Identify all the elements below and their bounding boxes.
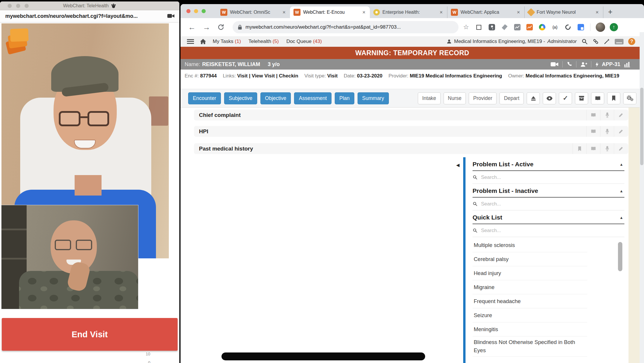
scrollbar-thumb[interactable] xyxy=(640,88,643,165)
zoom-window-icon[interactable] xyxy=(25,4,29,8)
close-icon[interactable]: × xyxy=(281,9,286,15)
section-past-medical-history[interactable]: Past medical history xyxy=(194,143,628,154)
nav-doc-queue[interactable]: Doc Queue(43) xyxy=(286,39,322,44)
nav-my-tasks[interactable]: My Tasks(1) xyxy=(213,39,241,44)
stage-provider-button[interactable]: Provider xyxy=(469,92,497,104)
caret-up-icon[interactable]: ▲ xyxy=(619,162,624,167)
mic-icon[interactable] xyxy=(600,110,614,120)
wand-icon[interactable] xyxy=(604,38,610,45)
section-hpi[interactable]: HPI xyxy=(194,126,628,137)
tab-webchart-omniscope[interactable]: W WebChart: OmniSc × xyxy=(217,6,290,18)
pencil-icon[interactable] xyxy=(614,126,628,137)
search-icon[interactable] xyxy=(581,38,588,45)
tab-fort-wayne-neurology[interactable]: Fort Wayne Neurol × xyxy=(524,6,603,18)
hamburger-icon[interactable] xyxy=(187,39,194,44)
window-controls[interactable] xyxy=(186,9,206,13)
link-icon[interactable] xyxy=(593,38,599,45)
bookmark-star-icon[interactable]: ☆ xyxy=(463,23,469,31)
tab-webchart-application[interactable]: W WebChart: Applica × xyxy=(447,6,524,18)
book-icon[interactable] xyxy=(586,126,600,137)
search-input[interactable] xyxy=(481,228,569,234)
password-extension-icon[interactable] xyxy=(488,24,495,31)
minimize-window-icon[interactable] xyxy=(194,9,198,13)
compass-extension-icon[interactable] xyxy=(539,24,546,31)
home-icon[interactable] xyxy=(200,39,206,44)
browser-update-icon[interactable]: ↑ xyxy=(610,23,618,31)
problem-list-inactive-header[interactable]: Problem List - Inactive ▲ xyxy=(473,187,624,198)
problem-list-active-search[interactable] xyxy=(473,171,624,184)
collapse-left-icon[interactable]: ◀ xyxy=(456,163,460,168)
current-user[interactable]: Medical Informatics Engineering, MIE19 -… xyxy=(446,39,577,44)
keyboard-icon[interactable] xyxy=(615,39,624,44)
nav-telehealth[interactable]: Telehealth(5) xyxy=(248,39,279,44)
close-icon[interactable]: × xyxy=(595,9,600,15)
end-visit-button[interactable]: End Visit xyxy=(2,318,178,351)
bar-chart-icon[interactable] xyxy=(624,61,631,67)
close-icon[interactable]: × xyxy=(439,9,444,15)
browser-scrollbar[interactable] xyxy=(640,32,644,363)
quick-list-item[interactable]: Cerebral palsy xyxy=(473,252,587,266)
search-input[interactable] xyxy=(481,174,569,180)
tab-subjective[interactable]: Subjective xyxy=(224,92,257,104)
preview-button[interactable] xyxy=(543,92,556,104)
analytics-gray-extension-icon[interactable] xyxy=(514,24,521,30)
mic-icon[interactable] xyxy=(600,143,614,154)
tab-plan[interactable]: Plan xyxy=(335,92,354,104)
problem-list-active-header[interactable]: Problem List - Active ▲ xyxy=(473,161,624,171)
analytics-orange-extension-icon[interactable] xyxy=(526,24,533,30)
new-tab-button[interactable]: + xyxy=(603,6,617,18)
tab-encounter[interactable]: Encounter xyxy=(188,92,221,104)
quick-list-item[interactable]: Migraine xyxy=(473,280,587,294)
wing-extension-icon[interactable] xyxy=(501,24,508,31)
pencil-icon[interactable] xyxy=(614,143,628,154)
tab-webchart-e-encounter[interactable]: W WebChart: E-Encou × xyxy=(290,6,370,18)
quick-list-item[interactable]: Seizure xyxy=(473,308,587,322)
book-icon[interactable] xyxy=(586,110,600,120)
stage-nurse-button[interactable]: Nurse xyxy=(444,92,466,104)
caret-up-icon[interactable]: ▲ xyxy=(619,215,624,220)
book-icon[interactable] xyxy=(586,143,600,154)
close-window-icon[interactable] xyxy=(8,4,12,8)
stage-intake-button[interactable]: Intake xyxy=(418,92,441,104)
quick-list-item[interactable]: Multiple sclerosis xyxy=(473,238,587,252)
quick-list-item[interactable]: Head injury xyxy=(473,266,587,280)
window-controls[interactable] xyxy=(8,4,29,8)
close-window-icon[interactable] xyxy=(186,9,190,13)
bookmark-button[interactable] xyxy=(607,92,620,104)
paren-a-extension-icon[interactable]: (a) xyxy=(552,24,559,31)
phone-icon[interactable] xyxy=(566,61,572,67)
settings-button[interactable] xyxy=(623,92,636,104)
forward-icon[interactable]: → xyxy=(203,23,210,31)
video-camera-icon[interactable] xyxy=(550,62,559,67)
close-icon[interactable]: × xyxy=(516,9,521,15)
quick-list-item[interactable]: Meningitis xyxy=(473,322,587,336)
mic-icon[interactable] xyxy=(600,126,614,137)
person-add-icon[interactable] xyxy=(580,61,587,67)
quick-list-search[interactable] xyxy=(473,224,624,237)
archive-button[interactable] xyxy=(575,92,588,104)
pencil-icon[interactable] xyxy=(614,110,628,120)
reload-icon[interactable] xyxy=(217,24,224,31)
search-input[interactable] xyxy=(481,201,569,207)
telehealth-urlbar[interactable]: mywebchart.com/neuro/webchart.cgi?f=layo… xyxy=(0,10,179,23)
check-button[interactable]: ✓ xyxy=(559,92,572,104)
encounter-links[interactable]: Visit | View Visit | Checkin xyxy=(237,73,298,79)
tab-assessment[interactable]: Assessment xyxy=(294,92,331,104)
caret-up-icon[interactable]: ▲ xyxy=(619,189,624,193)
problem-list-inactive-search[interactable] xyxy=(473,198,624,210)
help-icon[interactable]: ? xyxy=(628,38,635,45)
section-chief-complaint[interactable]: Chief complaint xyxy=(194,110,628,120)
translate-extension-icon[interactable] xyxy=(577,24,584,31)
zoom-window-icon[interactable] xyxy=(202,9,206,13)
quick-list-header[interactable]: Quick List ▲ xyxy=(473,214,624,224)
eject-button[interactable] xyxy=(527,92,540,104)
profile-avatar[interactable] xyxy=(596,23,605,32)
address-bar[interactable]: mywebchart.com/neuro/webchart.cgi?f=char… xyxy=(233,21,458,33)
loop-extension-icon[interactable] xyxy=(564,24,571,31)
tab-objective[interactable]: Objective xyxy=(260,92,291,104)
back-icon[interactable]: ← xyxy=(188,23,196,31)
lightning-icon[interactable] xyxy=(595,61,599,68)
book-button[interactable] xyxy=(591,92,604,104)
quick-list-scrollbar-thumb[interactable] xyxy=(618,242,622,271)
quick-list-item[interactable]: Blindness Not Otherwise Specified in Bot… xyxy=(473,336,587,357)
